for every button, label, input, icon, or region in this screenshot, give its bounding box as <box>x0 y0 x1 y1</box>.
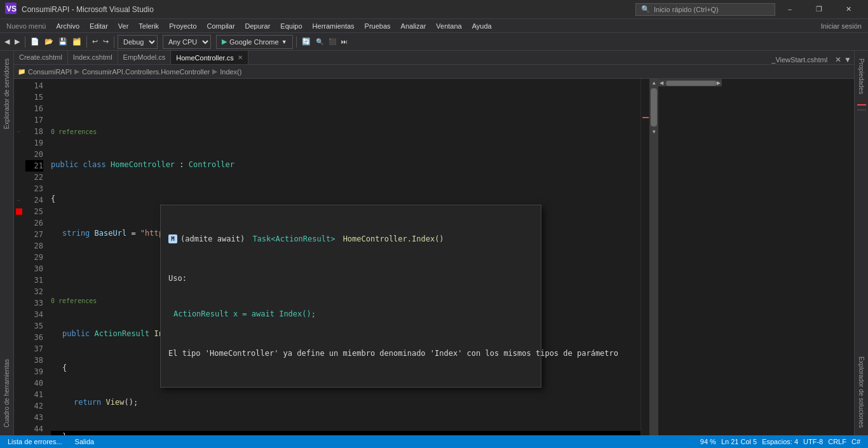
status-linecol[interactable]: Ln 21 Col 5 <box>719 438 759 445</box>
save-button[interactable]: 💾 <box>57 35 69 49</box>
breadcrumb-method[interactable]: Index() <box>220 68 241 76</box>
toolbox-label[interactable]: Cuadro de herramientas <box>2 351 11 435</box>
breadcrumb-namespace[interactable]: ConsumirAPI.Controllers.HomeController <box>82 68 210 76</box>
maximize-button[interactable]: ❐ <box>804 0 834 19</box>
run-target-label: Google Chrome <box>229 38 279 46</box>
new-file-button[interactable]: 📄 <box>29 35 41 49</box>
find-button[interactable]: 🔍 <box>314 35 325 49</box>
redo-button[interactable]: ↪ <box>101 35 111 49</box>
svg-text:VS: VS <box>6 4 17 13</box>
vertical-scrollbar[interactable]: ▲ ▼ <box>649 79 658 435</box>
undo-button[interactable]: ↩ <box>90 35 100 49</box>
toolbar-sep-4 <box>296 36 297 48</box>
tab-viewstart[interactable]: _ViewStart.cshtml <box>766 55 832 64</box>
right-indicator-2 <box>857 109 866 111</box>
status-bar: Lista de errores... Salida 94 % Ln 21 Co… <box>0 435 868 448</box>
status-errors[interactable]: Lista de errores... <box>5 438 65 445</box>
tab-create[interactable]: Create.cshtml <box>14 51 68 64</box>
debug-mode-select[interactable]: Debug <box>118 35 158 49</box>
intellisense-title: M (admite await) Task<ActionResult> Home… <box>168 233 533 245</box>
menu-item-ventana[interactable]: Ventana <box>431 19 466 33</box>
save-all-button[interactable]: 🗂️ <box>71 35 83 49</box>
toolbar-sep-3 <box>114 36 114 48</box>
status-lineending[interactable]: CRLF <box>825 438 849 445</box>
breadcrumb-project-label: ConsumiRAPI <box>28 68 72 76</box>
properties-label[interactable]: Propiedades <box>857 51 866 102</box>
tab-close-homecontroller[interactable]: ✕ <box>238 54 243 61</box>
platform-select[interactable]: Any CPU <box>163 35 211 49</box>
intellisense-popup: M (admite await) Task<ActionResult> Home… <box>160 205 541 388</box>
menu-item-equipo[interactable]: Equipo <box>275 19 307 33</box>
status-errors-label: Lista de errores... <box>8 438 62 445</box>
open-file-button[interactable]: 📂 <box>43 35 55 49</box>
breakpoint-button[interactable]: ⬛ <box>327 35 338 49</box>
menu-item-herramientas[interactable]: Herramientas <box>308 19 360 33</box>
search-icon: 🔍 <box>641 5 650 13</box>
solution-explorer-label[interactable]: Explorador de soluciones <box>857 349 866 435</box>
menu-item-ver[interactable]: Ver <box>113 19 134 33</box>
tab-empmodel[interactable]: EmpModel.cs <box>118 51 172 64</box>
quick-search[interactable]: 🔍 Inicio rápido (Ctrl+Q) <box>635 3 775 16</box>
tabs-overflow-btn[interactable]: ▼ <box>844 55 851 64</box>
tab-label-homecontroller: HomeController.cs <box>176 54 233 62</box>
menu-item-ayuda[interactable]: Ayuda <box>467 19 497 33</box>
menu-item-editar[interactable]: Editar <box>85 19 113 33</box>
toolbar-sep-2 <box>86 36 87 48</box>
right-sidebar: Propiedades Explorador de soluciones <box>854 51 868 435</box>
code-content[interactable]: 0 references public class HomeController… <box>46 79 641 435</box>
status-language[interactable]: C# <box>849 438 863 445</box>
menu-item-archivo[interactable]: Archivo <box>51 19 85 33</box>
server-explorer-label[interactable]: Explorador de servidores <box>2 51 11 137</box>
status-spaces[interactable]: Espacios: 4 <box>759 438 801 445</box>
tab-close-viewstart[interactable]: ✕ <box>835 55 841 64</box>
step-over-button[interactable]: ⏭ <box>339 35 349 49</box>
menu-item-compilar[interactable]: Compilar <box>202 19 240 33</box>
refresh-button[interactable]: 🔄 <box>300 35 313 49</box>
scroll-down-btn[interactable]: ▼ <box>650 128 658 136</box>
mini-map[interactable] <box>641 79 649 435</box>
spaces-label: Espacios: 4 <box>762 438 798 445</box>
window-controls: − ❐ ✕ <box>775 0 863 19</box>
menu-item-depurar[interactable]: Depurar <box>240 19 276 33</box>
tab-label-empmodel: EmpModel.cs <box>123 53 166 61</box>
signin-button[interactable]: Iniciar sesión <box>816 19 867 33</box>
collapse-18[interactable]: − <box>14 126 23 137</box>
menu-item-telerik[interactable]: Telerik <box>133 19 164 33</box>
tabs-bar: Create.cshtml Index.cshtml EmpModel.cs H… <box>14 51 854 65</box>
back-button[interactable]: ◀ <box>3 35 11 49</box>
tab-index[interactable]: Index.cshtml <box>68 51 118 64</box>
collapse-24[interactable]: − <box>14 194 23 206</box>
intellisense-code: ActionResult x = await Index(); <box>168 308 533 320</box>
status-zoom[interactable]: 94 % <box>698 438 719 445</box>
tab-label-create: Create.cshtml <box>19 53 62 61</box>
menu-item-nuevo[interactable]: Nuevo menú <box>1 19 51 33</box>
scroll-right-btn[interactable]: ▶ <box>717 80 721 86</box>
run-dropdown-icon[interactable]: ▼ <box>281 39 287 45</box>
tab-homecontroller[interactable]: HomeController.cs ✕ <box>171 51 248 64</box>
vs-logo: VS <box>5 3 17 16</box>
breakpoint-indicator <box>16 208 22 215</box>
menu-item-pruebas[interactable]: Pruebas <box>360 19 396 33</box>
toolbar-sep-1 <box>25 36 25 48</box>
breadcrumb-project[interactable]: 📁 ConsumiRAPI <box>18 68 72 76</box>
breadcrumb-method-label: Index() <box>220 68 241 76</box>
close-button[interactable]: ✕ <box>834 0 863 19</box>
menu-item-proyecto[interactable]: Proyecto <box>164 19 201 33</box>
status-output[interactable]: Salida <box>72 438 97 445</box>
h-scroll-thumb[interactable] <box>666 81 717 86</box>
status-zoom-label: 94 % <box>700 438 716 445</box>
code-editor[interactable]: − − 14 15 16 <box>14 79 854 435</box>
status-encoding[interactable]: UTF-8 <box>801 438 825 445</box>
title-bar: VS ConsumiRAPI - Microsoft Visual Studio… <box>0 0 868 19</box>
horizontal-scrollbar[interactable]: ◀ ▶ <box>658 79 722 86</box>
status-right: 94 % Ln 21 Col 5 Espacios: 4 UTF-8 CRLF … <box>698 438 863 445</box>
intellisense-description: El tipo 'HomeController' ya define un mi… <box>168 348 533 359</box>
forward-button[interactable]: ▶ <box>13 35 22 49</box>
minimize-button[interactable]: − <box>775 0 804 19</box>
scroll-thumb[interactable] <box>651 88 657 126</box>
scroll-up-btn[interactable]: ▲ <box>650 79 658 87</box>
linecol-label: Ln 21 Col 5 <box>721 438 757 445</box>
scroll-left-btn[interactable]: ◀ <box>660 80 663 86</box>
run-button[interactable]: ▶ Google Chrome ▼ <box>216 35 293 49</box>
menu-item-analizar[interactable]: Analizar <box>396 19 431 33</box>
